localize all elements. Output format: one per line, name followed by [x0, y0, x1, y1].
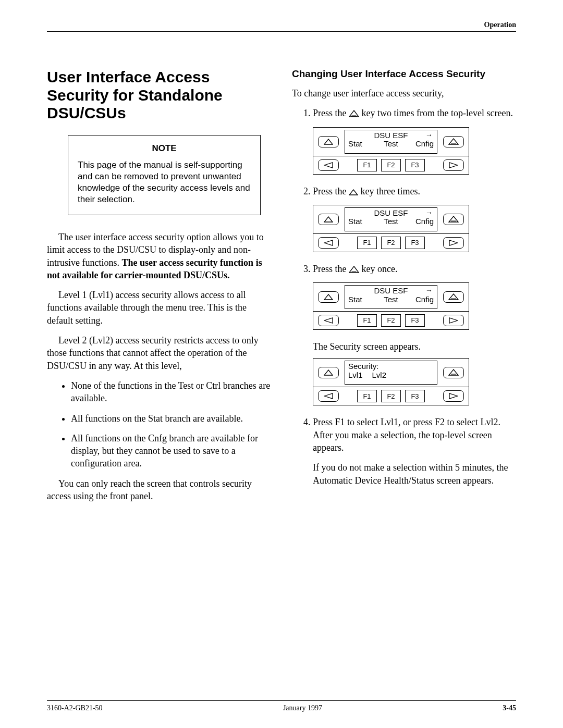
f3-key: F3 [405, 314, 425, 327]
footer-doc-id: 3160-A2-GB21-50 [47, 704, 103, 712]
bullet-2: All functions on the Stat branch are ava… [71, 412, 271, 425]
right-triangle-button [443, 315, 464, 326]
lcd-title: DSU ESF [374, 286, 408, 295]
home-triangle-icon [349, 110, 359, 117]
f3-key: F3 [405, 237, 425, 249]
lcd-stat: Stat [348, 217, 377, 226]
up-triangle-button [318, 136, 339, 147]
f2-key: F2 [381, 390, 401, 402]
two-column-layout: User Interface Access Security for Stand… [47, 68, 516, 510]
step-1: Press the key two times from the top-lev… [313, 107, 516, 174]
front-panel-diagram-security: Security: Lvl1 Lvl2 [313, 358, 469, 405]
right-triangle-button [443, 390, 464, 402]
lcd-screen-security: Security: Lvl1 Lvl2 [345, 361, 437, 385]
lcd-security-label: Security: [348, 362, 434, 371]
page-footer: 3160-A2-GB21-50 January 1997 3-45 [47, 700, 516, 712]
left-column: User Interface Access Security for Stand… [47, 68, 271, 510]
procedure-intro: To change user interface access security… [292, 87, 516, 100]
note-label: NOTE [78, 143, 251, 154]
scroll-right-arrow-icon: → [425, 287, 433, 294]
lcd-screen: DSU ESF → Stat Test Cnfig [345, 285, 437, 309]
scroll-right-arrow-icon: → [425, 209, 433, 217]
note-text: This page of the manual is self-supporti… [78, 159, 251, 205]
lcd-cnfig: Cnfig [405, 217, 434, 226]
lcd-title: DSU ESF [374, 208, 408, 217]
f1-key: F1 [357, 390, 377, 402]
lcd-stat: Stat [348, 295, 377, 304]
home-triangle-button [443, 367, 464, 378]
step-4-text-a: Press F1 to select Lvl1, or press F2 to … [313, 416, 516, 454]
svg-marker-20 [449, 318, 458, 323]
up-triangle-icon [349, 189, 358, 195]
lcd-cnfig: Cnfig [405, 140, 434, 149]
level1-paragraph: Level 1 (Lvl1) access security allows ac… [47, 289, 271, 327]
right-triangle-button [443, 237, 464, 249]
procedure-heading: Changing User Interface Access Security [292, 68, 516, 80]
running-head: Operation [47, 21, 516, 29]
f1-key: F1 [357, 237, 377, 249]
step-3-text: Press the key once. [313, 263, 516, 275]
right-column: Changing User Interface Access Security … [292, 68, 516, 510]
home-triangle-button [443, 136, 464, 147]
left-triangle-button [318, 237, 339, 249]
lcd-screen: DSU ESF → Stat Test Cnfig [345, 207, 437, 231]
lcd-test: Test [377, 295, 406, 304]
step-3: Press the key once. [313, 263, 516, 406]
front-panel-diagram-3: DSU ESF → Stat Test Cnfig [313, 282, 469, 330]
f1-key: F1 [357, 314, 377, 327]
svg-marker-19 [324, 318, 333, 323]
home-triangle-icon [349, 266, 359, 273]
level2-bullets: None of the functions in the Test or Ctr… [47, 379, 271, 470]
security-screen-appears: The Security screen appears. [313, 340, 516, 353]
up-triangle-button [318, 367, 339, 378]
f1-key: F1 [357, 159, 377, 171]
left-triangle-button [318, 390, 339, 402]
step-4-text-b: If you do not make a selection within 5 … [313, 461, 516, 487]
svg-marker-7 [449, 163, 458, 168]
front-panel-diagram-1: DSU ESF → Stat Test Cnfig [313, 127, 469, 175]
bullet-1: None of the functions in the Test or Ctr… [71, 379, 271, 405]
svg-marker-24 [324, 393, 333, 399]
lcd-screen: DSU ESF → Stat Test Cnfig [345, 130, 437, 154]
footer-date: January 1997 [283, 704, 322, 712]
step-2-text-a: Press the [313, 186, 349, 196]
page: Operation User Interface Access Security… [0, 0, 563, 728]
front-panel-paragraph: You can only reach the screen that contr… [47, 477, 271, 503]
up-triangle-button [318, 291, 339, 303]
scroll-right-arrow-icon: → [425, 131, 433, 139]
lcd-test: Test [377, 217, 406, 226]
step-3-text-b: key once. [359, 264, 397, 274]
home-triangle-button [443, 291, 464, 303]
lcd-lvl2: Lvl2 [372, 371, 387, 380]
section-title: User Interface Access Security for Stand… [47, 68, 271, 122]
intro-paragraph: The user interface access security optio… [47, 231, 271, 281]
lcd-title: DSU ESF [374, 131, 408, 140]
top-rule [47, 31, 516, 32]
step-2-text: Press the key three times. [313, 185, 516, 198]
lcd-test: Test [377, 140, 406, 149]
front-panel-diagram-2: DSU ESF → Stat Test Cnfig [313, 205, 469, 252]
step-1-text-b: key two times from the top-level screen. [359, 108, 513, 118]
f3-key: F3 [405, 390, 425, 402]
footer-page-number: 3-45 [503, 704, 516, 712]
left-triangle-button [318, 159, 339, 171]
right-triangle-button [443, 159, 464, 171]
bullet-3: All functions on the Cnfg branch are ava… [71, 432, 271, 470]
svg-marker-25 [449, 393, 458, 399]
svg-marker-6 [324, 163, 333, 168]
lcd-lvl1: Lvl1 [348, 371, 363, 380]
svg-marker-16 [324, 294, 333, 300]
svg-marker-8 [349, 190, 358, 195]
f3-key: F3 [405, 159, 425, 171]
up-triangle-button [318, 214, 339, 225]
procedure-steps: Press the key two times from the top-lev… [292, 107, 516, 487]
footer-rule [47, 700, 516, 701]
step-2: Press the key three times. [313, 185, 516, 252]
svg-marker-9 [324, 217, 333, 222]
left-triangle-button [318, 315, 339, 326]
f2-key: F2 [381, 314, 401, 327]
level2-paragraph: Level 2 (Lvl2) access security restricts… [47, 334, 271, 372]
step-3-text-a: Press the [313, 264, 349, 274]
svg-marker-21 [324, 370, 333, 375]
f2-key: F2 [381, 159, 401, 171]
